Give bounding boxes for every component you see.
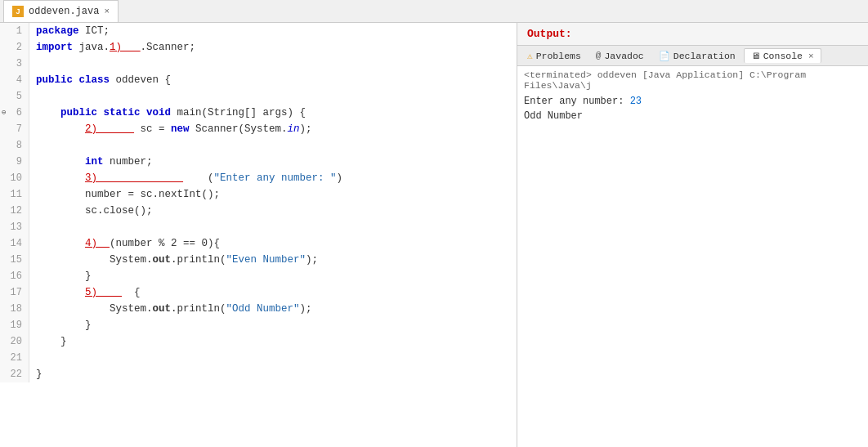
ide-window: J oddeven.java × 1 package ICT; 2 import… <box>0 0 868 447</box>
line-content-12: sc.close(); <box>29 203 153 219</box>
table-row: 16 } <box>0 268 517 284</box>
line-content-16: } <box>29 268 92 284</box>
line-number-9: 9 <box>0 154 29 170</box>
tab-console[interactable]: 🖥 Console × <box>744 48 821 63</box>
table-row: 5 <box>0 88 517 105</box>
line-content-21 <box>29 350 43 366</box>
line-number-6: 6⊖ <box>0 105 29 121</box>
line-number-11: 11 <box>0 186 29 203</box>
tab-declaration[interactable]: 📄 Declaration <box>652 49 742 63</box>
table-row: 7 2)______ sc = new Scanner(System.in); <box>0 121 517 137</box>
line-content-4: public class oddeven { <box>29 72 171 88</box>
line-content-5 <box>29 88 43 105</box>
line-content-20: } <box>29 333 67 350</box>
line-content-11: number = sc.nextInt(); <box>29 186 220 203</box>
line-content-2: import java.1)___.Scanner; <box>29 39 195 56</box>
tab-problems[interactable]: ⚠ Problems <box>521 49 588 63</box>
line-number-12: 12 <box>0 203 29 219</box>
console-icon: 🖥 <box>751 51 760 61</box>
line-number-18: 18 <box>0 301 29 317</box>
tab-console-label: Console <box>763 51 803 61</box>
line-number-4: 4 <box>0 72 29 88</box>
table-row: 19 } <box>0 317 517 333</box>
table-row: 2 import java.1)___.Scanner; <box>0 39 517 56</box>
line-number-3: 3 <box>0 56 29 72</box>
line-content-1: package ICT; <box>29 23 110 39</box>
table-row: 6⊖ public static void main(String[] args… <box>0 105 517 121</box>
line-number-10: 10 <box>0 170 29 186</box>
line-number-19: 19 <box>0 317 29 333</box>
line-number-14: 14 <box>0 235 29 252</box>
line-number-22: 22 <box>0 366 29 382</box>
line-content-15: System.out.println("Even Number"); <box>29 252 318 268</box>
declaration-icon: 📄 <box>659 51 670 61</box>
line-number-15: 15 <box>0 252 29 268</box>
line-number-21: 21 <box>0 350 29 366</box>
console-tab-close[interactable]: × <box>808 51 814 61</box>
line-content-22: } <box>29 366 43 382</box>
tab-bar: J oddeven.java × <box>0 0 868 23</box>
tab-problems-label: Problems <box>536 51 581 61</box>
right-panel: Output: ⚠ Problems @ Javadoc 📄 Declarati… <box>517 23 868 447</box>
table-row: 9 int number; <box>0 154 517 170</box>
line-number-13: 13 <box>0 219 29 235</box>
console-line-2: Odd Number <box>524 109 861 123</box>
line-number-5: 5 <box>0 88 29 105</box>
line-number-20: 20 <box>0 333 29 350</box>
line-content-14: 4)__(number % 2 == 0){ <box>29 235 220 252</box>
console-tabs: ⚠ Problems @ Javadoc 📄 Declaration 🖥 Con… <box>517 45 868 66</box>
line-content-8 <box>29 137 43 154</box>
line-number-17: 17 <box>0 284 29 301</box>
output-label: Output: <box>517 23 868 45</box>
line-number-7: 7 <box>0 121 29 137</box>
table-row: 14 4)__(number % 2 == 0){ <box>0 235 517 252</box>
line-content-9: int number; <box>29 154 153 170</box>
tab-javadoc-label: Javadoc <box>604 51 643 61</box>
main-area: 1 package ICT; 2 import java.1)___.Scann… <box>0 23 868 447</box>
table-row: 4 public class oddeven { <box>0 72 517 88</box>
java-file-icon: J <box>12 6 24 17</box>
tab-declaration-label: Declaration <box>673 51 736 61</box>
table-row: 1 package ICT; <box>0 23 517 39</box>
console-output: <terminated> oddeven [Java Application] … <box>517 66 868 447</box>
line-content-3 <box>29 56 43 72</box>
tab-filename: oddeven.java <box>29 6 99 17</box>
table-row: 21 <box>0 350 517 366</box>
javadoc-icon: @ <box>596 51 602 60</box>
table-row: 3 <box>0 56 517 72</box>
line-number-8: 8 <box>0 137 29 154</box>
table-row: 17 5)____ { <box>0 284 517 301</box>
table-row: 10 3)______________ ("Enter any number: … <box>0 170 517 186</box>
line-content-19: } <box>29 317 92 333</box>
table-row: 18 System.out.println("Odd Number"); <box>0 301 517 317</box>
table-row: 20 } <box>0 333 517 350</box>
tab-close-button[interactable]: × <box>104 7 110 16</box>
code-lines: 1 package ICT; 2 import java.1)___.Scann… <box>0 23 517 447</box>
line-number-16: 16 <box>0 268 29 284</box>
line-number-2: 2 <box>0 39 29 56</box>
tab-javadoc[interactable]: @ Javadoc <box>589 49 651 63</box>
table-row: 22 } <box>0 366 517 382</box>
code-editor[interactable]: 1 package ICT; 2 import java.1)___.Scann… <box>0 23 517 447</box>
line-content-6: public static void main(String[] args) { <box>29 105 306 121</box>
line-content-18: System.out.println("Odd Number"); <box>29 301 312 317</box>
line-content-7: 2)______ sc = new Scanner(System.in); <box>29 121 312 137</box>
line-content-17: 5)____ { <box>29 284 141 301</box>
console-header: <terminated> oddeven [Java Application] … <box>524 69 861 91</box>
table-row: 11 number = sc.nextInt(); <box>0 186 517 203</box>
table-row: 13 <box>0 219 517 235</box>
console-line-1: Enter any number: 23 <box>524 94 861 109</box>
file-tab[interactable]: J oddeven.java × <box>3 0 119 22</box>
line-content-10: 3)______________ ("Enter any number: ") <box>29 170 342 186</box>
line-number-1: 1 <box>0 23 29 39</box>
line-content-13 <box>29 219 43 235</box>
table-row: 12 sc.close(); <box>0 203 517 219</box>
table-row: 8 <box>0 137 517 154</box>
problems-icon: ⚠ <box>527 51 533 61</box>
table-row: 15 System.out.println("Even Number"); <box>0 252 517 268</box>
console-number: 23 <box>630 96 642 107</box>
